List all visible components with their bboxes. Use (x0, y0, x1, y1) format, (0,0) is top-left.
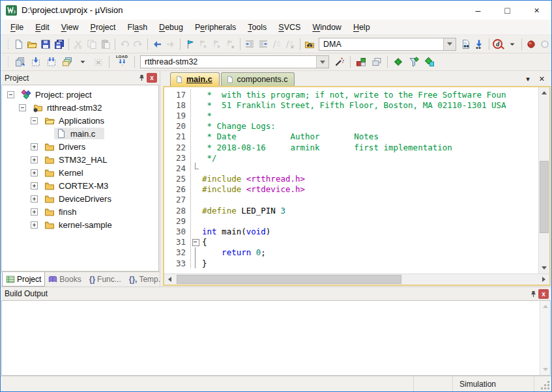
tree-expander-minus-icon[interactable] (19, 104, 26, 111)
tree-item-applications[interactable]: Applications (2, 114, 158, 127)
code-line-33[interactable]: 33} (164, 258, 538, 268)
fold-collapse-icon[interactable] (190, 237, 199, 247)
code-line-30[interactable]: 30int main(void) (164, 226, 538, 236)
tree-expander-plus-icon[interactable] (31, 156, 38, 163)
menu-edit[interactable]: Edit (29, 21, 55, 34)
rebuild-all-button[interactable] (44, 55, 59, 69)
new-file-button[interactable] (12, 37, 25, 51)
code-line-19[interactable]: 19 * (164, 110, 538, 120)
editor-horizontal-scrollbar[interactable] (164, 273, 549, 285)
tree-expander-plus-icon[interactable] (31, 169, 38, 176)
editor-tab-main-c[interactable]: main.c (170, 72, 220, 86)
batch-build-button[interactable] (59, 55, 75, 69)
tree-item-kernel[interactable]: Kernel (2, 166, 158, 179)
code-line-25[interactable]: 25#include <rtthread.h> (164, 174, 538, 184)
scroll-down-icon[interactable] (539, 262, 549, 273)
menu-tools[interactable]: Tools (242, 21, 272, 34)
build-pin-icon[interactable] (528, 289, 538, 299)
tree-item-drivers[interactable]: Drivers (2, 140, 158, 153)
code-line-31[interactable]: 31{ (164, 237, 538, 247)
tab-list-icon[interactable]: ▾ (526, 75, 530, 83)
pin-icon[interactable] (136, 73, 147, 83)
build-output-scrollbar[interactable] (540, 301, 550, 375)
windows-cascade-button[interactable] (369, 55, 385, 69)
menu-flash[interactable]: Flash (122, 21, 154, 34)
menu-file[interactable]: File (5, 21, 29, 34)
code-line-22[interactable]: 22 * 2018-08-16 armink first implementat… (164, 142, 538, 152)
code-line-26[interactable]: 26#include <rtdevice.h> (164, 184, 538, 195)
menu-window[interactable]: Window (306, 21, 347, 34)
close-button[interactable]: × (522, 1, 551, 20)
panel-tab-func-[interactable]: {}Func... (86, 272, 124, 287)
code-line-17[interactable]: 17 * with this program; if not, write to… (164, 89, 538, 100)
find-in-document-button[interactable] (459, 37, 472, 51)
find-all-button[interactable]: d (492, 37, 506, 51)
editor-vertical-scrollbar[interactable] (538, 87, 549, 273)
target-combobox[interactable]: rtthread-stm32 (140, 55, 329, 68)
disable-breakpoint-button[interactable] (538, 37, 551, 51)
select-software-packs-button[interactable] (406, 55, 422, 69)
close-document-icon[interactable]: ✕ (539, 75, 545, 83)
insert-breakpoint-button[interactable] (525, 37, 538, 51)
menu-svcs[interactable]: SVCS (272, 21, 306, 34)
tree-item-main-c[interactable]: main.c (2, 127, 158, 140)
tree-expander-plus-icon[interactable] (31, 143, 38, 150)
options-for-target-button[interactable] (332, 55, 347, 69)
tree-item-finsh[interactable]: finsh (2, 205, 158, 218)
find-in-files-button[interactable] (302, 37, 316, 51)
tree-item-stm32-hal[interactable]: STM32_HAL (2, 153, 158, 166)
manage-rte-button[interactable] (390, 55, 406, 69)
build-output-content[interactable] (1, 300, 551, 376)
tree-expander-plus-icon[interactable] (31, 182, 38, 189)
tree-expander-plus-icon[interactable] (31, 208, 38, 216)
menu-peripherals[interactable]: Peripherals (189, 21, 242, 34)
build-button[interactable] (28, 55, 44, 69)
resize-grip[interactable] (534, 376, 551, 391)
indent-button[interactable] (243, 37, 257, 51)
build-scroll-up-icon[interactable] (540, 301, 550, 312)
project-panel-close-icon[interactable]: x (147, 73, 157, 83)
find-combobox-dropdown-icon[interactable] (443, 38, 456, 50)
target-combobox-dropdown-icon[interactable] (316, 56, 328, 68)
menu-project[interactable]: Project (85, 21, 122, 34)
horizontal-scroll-thumb[interactable] (177, 275, 401, 284)
panel-tab-project[interactable]: Project (2, 272, 45, 287)
manage-components-button[interactable] (353, 55, 369, 69)
batch-build-caret-button[interactable] (75, 55, 91, 69)
scroll-left-icon[interactable] (164, 274, 175, 285)
tree-expander-plus-icon[interactable] (31, 195, 38, 203)
toggle-bookmark-button[interactable] (183, 37, 197, 51)
build-scroll-down-icon[interactable] (540, 364, 550, 375)
tree-item-kernel-sample[interactable]: kernel-sample (2, 218, 158, 231)
tree-item-cortex-m3[interactable]: CORTEX-M3 (2, 179, 158, 192)
scroll-right-icon[interactable] (538, 274, 549, 285)
pack-installer-button[interactable] (422, 55, 437, 69)
navigate-back-button[interactable] (151, 37, 164, 51)
tree-item-project-project[interactable]: Project: project (2, 88, 158, 101)
code-editor[interactable]: 17 * with this program; if not, write to… (164, 87, 538, 273)
menu-debug[interactable]: Debug (153, 21, 189, 34)
minimize-button[interactable]: – (463, 1, 493, 20)
tree-item-devicedrivers[interactable]: DeviceDrivers (2, 192, 158, 205)
code-line-28[interactable]: 28#define LED_PIN 3 (164, 205, 538, 216)
open-file-button[interactable] (25, 37, 39, 51)
maximize-button[interactable]: □ (493, 1, 522, 20)
editor-tab-components-c[interactable]: components.c (221, 72, 295, 86)
code-line-27[interactable]: 27 (164, 195, 538, 205)
code-line-21[interactable]: 21 * Date Author Notes (164, 132, 538, 142)
menu-view[interactable]: View (55, 21, 85, 34)
scroll-up-icon[interactable] (539, 87, 549, 98)
find-combobox[interactable]: DMA (319, 38, 456, 51)
save-button[interactable] (39, 37, 53, 51)
menu-help[interactable]: Help (347, 21, 376, 34)
save-all-button[interactable] (52, 37, 66, 51)
tree-expander-plus-icon[interactable] (31, 221, 38, 229)
vertical-scroll-thumb[interactable] (540, 161, 549, 233)
code-line-29[interactable]: 29 (164, 216, 538, 226)
code-line-32[interactable]: 32 return 0; (164, 247, 538, 258)
incremental-find-button[interactable] (472, 37, 486, 51)
tree-expander-minus-icon[interactable] (31, 117, 38, 124)
build-output-close-icon[interactable]: x (538, 289, 549, 299)
outdent-button[interactable] (256, 37, 270, 51)
find-all-caret-button[interactable] (505, 37, 519, 51)
